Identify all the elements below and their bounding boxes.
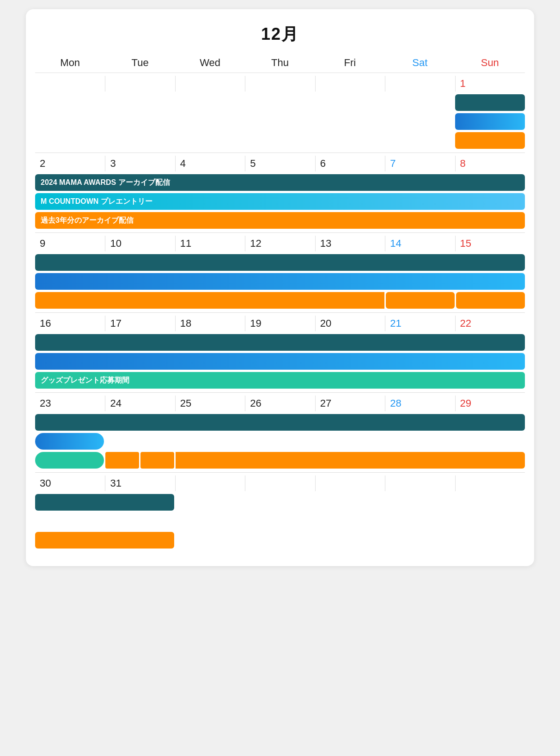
date-cell-21: 21 (385, 316, 455, 331)
date-cell (35, 76, 105, 91)
header-wed: Wed (175, 57, 245, 69)
date-cell-6: 6 (315, 156, 385, 171)
bar-mama-awards: 2024 MAMA AWARDS アーカイブ配信 (35, 174, 525, 191)
date-cell-4: 4 (175, 156, 245, 171)
date-cell (315, 76, 385, 91)
calendar: 12月 Mon Tue Wed Thu Fri Sat Sun 1 (26, 9, 534, 566)
bar-blue-w3 (35, 353, 525, 370)
event-bars-5 (35, 492, 525, 552)
week-row-1: 2 3 4 5 6 7 8 2024 MAMA AWARDS アーカイブ配信 M… (35, 153, 525, 233)
empty-cell (316, 494, 384, 511)
date-numbers-5: 30 31 (35, 473, 525, 492)
date-cell-7: 7 (385, 156, 455, 171)
date-cell-10: 10 (105, 236, 175, 251)
date-numbers-0: 1 (35, 73, 525, 92)
date-cell-28: 28 (385, 396, 455, 411)
week-row-3: 16 17 18 19 20 21 22 グッズプレゼント応募期間 (35, 313, 525, 393)
bar-orange-w5-row (35, 532, 525, 549)
date-cell-3: 3 (105, 156, 175, 171)
empty-cell (386, 532, 455, 549)
empty-cell (176, 494, 244, 511)
date-cell-18: 18 (175, 316, 245, 331)
bar-teal-w5-row (35, 494, 525, 511)
bar-orange-w2-seg2 (456, 292, 525, 309)
date-cell (105, 76, 175, 91)
date-cell-31: 31 (105, 476, 175, 491)
header-mon: Mon (35, 57, 105, 69)
bar-empty-w5 (35, 513, 525, 530)
week-row-2: 9 10 11 12 13 14 15 (35, 233, 525, 313)
bar-teal-w4 (35, 414, 525, 431)
date-cell-empty (385, 476, 455, 491)
bar-orange-dec1 (455, 132, 525, 149)
empty-cell (246, 494, 315, 511)
event-bars-3: グッズプレゼント応募期間 (35, 332, 525, 392)
week-row-4: 23 24 25 26 27 28 29 (35, 393, 525, 473)
week-row-5: 30 31 (35, 473, 525, 552)
date-cell (385, 76, 455, 91)
date-numbers-2: 9 10 11 12 13 14 15 (35, 233, 525, 252)
empty-cell (176, 532, 244, 549)
bar-blue-w4-pill (35, 433, 104, 450)
date-cell-27: 27 (315, 396, 385, 411)
date-cell-24: 24 (105, 396, 175, 411)
calendar-title: 12月 (35, 23, 525, 46)
bar-orange-w5 (35, 532, 174, 549)
date-cell-15: 15 (455, 236, 525, 251)
bar-green-w4-pill (35, 452, 104, 469)
bar-teal-w5 (35, 494, 174, 511)
empty-cell (456, 494, 525, 511)
date-cell (175, 76, 245, 91)
date-cell-13: 13 (315, 236, 385, 251)
date-cell-empty (175, 476, 245, 491)
date-cell-20: 20 (315, 316, 385, 331)
date-numbers-1: 2 3 4 5 6 7 8 (35, 153, 525, 172)
empty-cell (105, 433, 174, 450)
date-cell-17: 17 (105, 316, 175, 331)
date-cell-empty (245, 476, 315, 491)
date-cell-empty (315, 476, 385, 491)
day-headers: Mon Tue Wed Thu Fri Sat Sun (35, 57, 525, 73)
empty-cell (316, 433, 384, 450)
bar-orange-small-segs (105, 452, 174, 469)
bar-blue-w2 (35, 273, 525, 290)
date-cell-19: 19 (245, 316, 315, 331)
empty-cell (386, 494, 455, 511)
header-sun: Sun (455, 57, 525, 69)
bar-archive: 過去3年分のアーカイブ配信 (35, 212, 525, 229)
date-numbers-3: 16 17 18 19 20 21 22 (35, 313, 525, 332)
empty-cell (456, 532, 525, 549)
bar-orange-w4-main (176, 452, 525, 469)
date-cell-25: 25 (175, 396, 245, 411)
bar-blue-dec1 (455, 113, 525, 130)
event-bars-4 (35, 412, 525, 472)
bar-blue-w4-row (35, 433, 525, 450)
empty-cell (386, 433, 455, 450)
date-cell-9: 9 (35, 236, 105, 251)
empty-cell (176, 433, 244, 450)
bar-orange-seg-b (140, 452, 174, 469)
bar-green-orange-w4-row (35, 452, 525, 469)
date-cell-12: 12 (245, 236, 315, 251)
header-sat: Sat (385, 57, 455, 69)
date-cell-29: 29 (455, 396, 525, 411)
empty-cell (456, 433, 525, 450)
header-thu: Thu (245, 57, 315, 69)
empty-cell (246, 433, 315, 450)
week-row-0: 1 (35, 73, 525, 153)
date-cell-14: 14 (385, 236, 455, 251)
date-cell-8: 8 (455, 156, 525, 171)
event-bars-1: 2024 MAMA AWARDS アーカイブ配信 M COUNTDOWN プレエ… (35, 172, 525, 232)
date-cell (245, 76, 315, 91)
date-cell-2: 2 (35, 156, 105, 171)
bar-goods: グッズプレゼント応募期間 (35, 372, 525, 389)
date-cell-16: 16 (35, 316, 105, 331)
bar-teal-w2 (35, 254, 525, 271)
bar-mcountdown: M COUNTDOWN プレエントリー (35, 193, 525, 210)
event-bars-2 (35, 252, 525, 312)
bar-orange-w2-seg1 (386, 292, 455, 309)
date-cell-11: 11 (175, 236, 245, 251)
empty-cell (246, 532, 315, 549)
header-fri: Fri (315, 57, 385, 69)
date-cell-empty (455, 476, 525, 491)
